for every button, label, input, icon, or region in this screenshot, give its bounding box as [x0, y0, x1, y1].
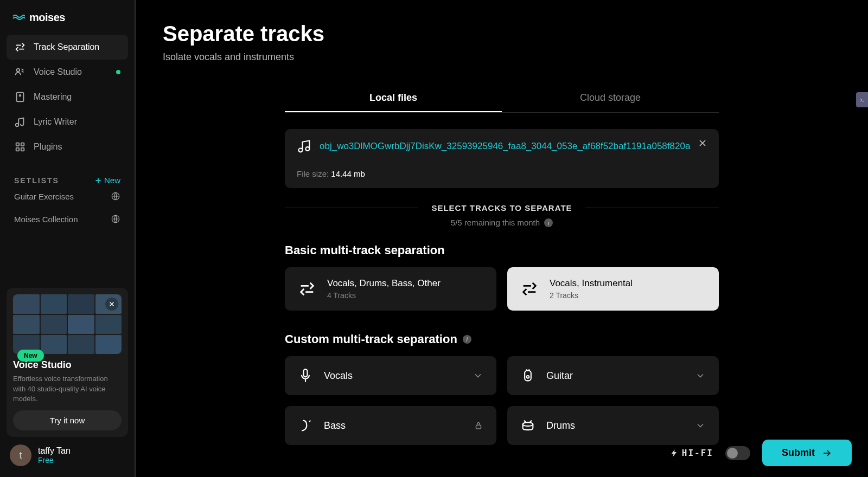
section-header-row: SELECT TRACKS TO SEPARATE [285, 203, 719, 212]
avatar: t [10, 444, 31, 466]
svg-rect-3 [16, 143, 20, 146]
file-name: obj_wo3DlMOGwrbDjj7DisKw_32593925946_faa… [320, 141, 707, 152]
svg-rect-5 [16, 148, 20, 151]
lyric-icon [14, 116, 26, 128]
promo-try-button[interactable]: Try it now [13, 410, 122, 430]
side-utility-tab[interactable]: ›. [856, 92, 868, 107]
nav-label: Lyric Writer [34, 117, 77, 127]
promo-card: New Voice Studio Effortless voice transf… [7, 288, 128, 437]
custom-bass[interactable]: Bass [285, 406, 496, 445]
svg-point-13 [523, 422, 533, 426]
svg-rect-4 [21, 143, 24, 146]
globe-icon [111, 191, 120, 201]
new-label: New [104, 176, 120, 185]
nav-label: Voice Studio [34, 67, 82, 77]
bass-icon [298, 418, 313, 433]
nav-label: Mastering [34, 92, 72, 102]
mastering-icon [14, 91, 26, 103]
svg-point-2 [20, 95, 21, 96]
sidebar: moises Track Separation Voice Studio Mas… [0, 0, 136, 477]
logo-icon [12, 11, 25, 24]
info-icon[interactable]: i [463, 335, 471, 344]
custom-label: Bass [324, 420, 463, 431]
svg-rect-6 [21, 148, 24, 151]
submit-button[interactable]: Submit [762, 440, 852, 466]
svg-rect-9 [304, 369, 308, 377]
drums-icon [520, 418, 535, 433]
tab-local-files[interactable]: Local files [285, 85, 502, 112]
nav-label: Plugins [34, 142, 62, 152]
custom-guitar[interactable]: Guitar [507, 356, 719, 395]
svg-rect-1 [17, 93, 24, 102]
brand-logo[interactable]: moises [7, 11, 128, 35]
page-subtitle: Isolate vocals and instruments [163, 51, 841, 63]
file-size-label: File size: [297, 169, 331, 178]
option-subtitle: 2 Tracks [550, 291, 633, 300]
uploaded-file-card: obj_wo3DlMOGwrbDjj7DisKw_32593925946_faa… [285, 129, 719, 188]
footer-bar: HI-FI Submit [670, 440, 852, 466]
nav-voice-studio[interactable]: Voice Studio [7, 60, 128, 85]
chevron-down-icon [695, 420, 706, 431]
hifi-toggle[interactable] [725, 446, 750, 460]
file-size-value: 14.44 mb [331, 169, 365, 178]
chevron-down-icon [695, 370, 706, 381]
custom-label: Vocals [324, 370, 462, 382]
submit-label: Submit [782, 447, 815, 459]
promo-description: Effortless voice transformation with 40 … [13, 374, 122, 404]
option-title: Vocals, Drums, Bass, Other [327, 278, 441, 289]
custom-vocals[interactable]: Vocals [285, 356, 496, 395]
option-title: Vocals, Instrumental [550, 278, 633, 289]
file-size-row: File size: 14.44 mb [297, 169, 707, 178]
basic-options-grid: Vocals, Drums, Bass, Other 4 Tracks Voca… [285, 267, 719, 311]
music-icon [297, 139, 312, 154]
setlist-item-guitar-exercises[interactable]: Guitar Exercises [7, 185, 128, 208]
separate-icon [520, 280, 539, 298]
close-icon [108, 300, 116, 308]
separate-icon [298, 280, 316, 298]
page-title: Separate tracks [163, 22, 841, 46]
custom-section-title: Custom multi-track separation [285, 332, 457, 346]
nav-plugins[interactable]: Plugins [7, 134, 128, 159]
remaining-text: 5/5 remaining this month [451, 218, 540, 227]
new-indicator-dot [116, 70, 120, 74]
voice-icon [14, 66, 26, 78]
setlist-item-moises-collection[interactable]: Moises Collection [7, 208, 128, 230]
svg-rect-12 [476, 425, 481, 429]
tab-cloud-storage[interactable]: Cloud storage [502, 85, 719, 112]
setlists-label: SETLISTS [14, 176, 59, 185]
option-4-tracks[interactable]: Vocals, Drums, Bass, Other 4 Tracks [285, 267, 496, 311]
svg-point-0 [17, 69, 20, 72]
nav-lyric-writer[interactable]: Lyric Writer [7, 109, 128, 134]
chevron-down-icon [473, 370, 483, 381]
setlist-label: Guitar Exercises [14, 192, 74, 201]
plus-icon [94, 177, 102, 184]
option-subtitle: 4 Tracks [327, 291, 441, 300]
nav-mastering[interactable]: Mastering [7, 85, 128, 109]
user-name: taffy Tan [38, 446, 71, 456]
hifi-text: HI-FI [682, 448, 713, 458]
setlist-label: Moises Collection [14, 215, 78, 224]
close-icon [697, 138, 708, 149]
arrow-right-icon [821, 448, 832, 459]
custom-label: Drums [546, 420, 684, 431]
nav-track-separation[interactable]: Track Separation [7, 35, 128, 60]
remaining-count: 5/5 remaining this month i [285, 218, 719, 227]
separate-icon [14, 41, 26, 53]
mic-icon [298, 368, 313, 383]
svg-point-11 [527, 376, 529, 378]
main-content: Separate tracks Isolate vocals and instr… [136, 0, 868, 477]
user-profile[interactable]: t taffy Tan Free [7, 437, 128, 466]
custom-options-grid: Vocals Guitar Bass Drums [285, 356, 719, 445]
new-setlist-button[interactable]: New [94, 176, 120, 185]
hifi-label: HI-FI [670, 448, 713, 458]
info-icon[interactable]: i [544, 218, 553, 227]
promo-new-badge: New [17, 350, 44, 362]
plugins-icon [14, 141, 26, 153]
brand-name: moises [29, 11, 65, 24]
lightning-icon [670, 449, 679, 457]
source-tabs: Local files Cloud storage [285, 85, 719, 113]
custom-label: Guitar [546, 370, 684, 382]
option-2-tracks[interactable]: Vocals, Instrumental 2 Tracks [507, 267, 719, 311]
setlists-header-row: SETLISTS New [7, 176, 128, 185]
remove-file-button[interactable] [697, 138, 708, 151]
